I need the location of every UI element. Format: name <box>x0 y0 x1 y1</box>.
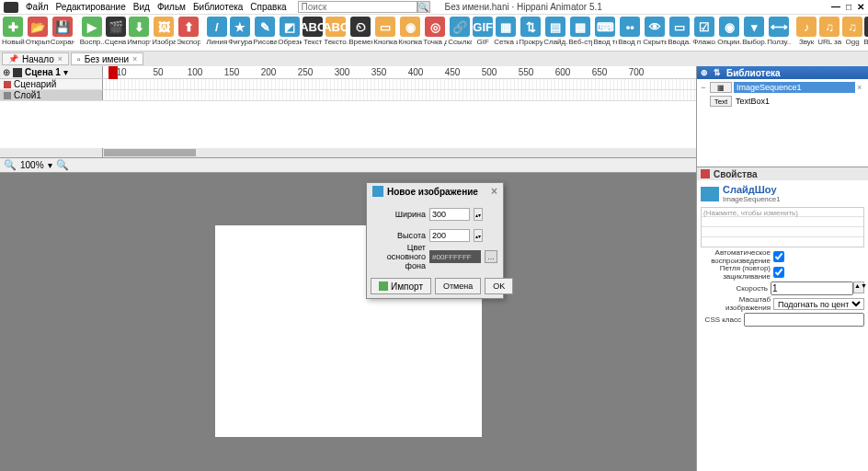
dialog-icon <box>372 186 383 197</box>
zoom-in-button[interactable]: 🔍 <box>56 159 69 171</box>
add-icon[interactable]: ⊕ <box>701 68 710 77</box>
timeline-scrollbar[interactable] <box>104 149 196 156</box>
toolbar-shape[interactable]: ★Фигура <box>228 17 252 46</box>
toolbar-inputp[interactable]: ••Ввод п.. <box>618 17 642 46</box>
toolbar-gif[interactable]: GIFGIF <box>473 17 493 46</box>
maximize-button[interactable]: □ <box>846 2 851 12</box>
toolbar-grid[interactable]: ▦Сетка и.. <box>494 17 518 46</box>
scene-icon: 🎬 <box>106 17 126 37</box>
loop-checkbox[interactable] <box>773 267 784 278</box>
menu-edit[interactable]: Редактирование <box>56 2 126 12</box>
toolbar-select[interactable]: ▾Выбор.. <box>742 17 766 46</box>
width-spinner[interactable]: ▴▾ <box>474 208 483 221</box>
toolbar-button2[interactable]: ◉Кнопка <box>398 17 422 46</box>
tab-start[interactable]: 📌Начало× <box>2 52 69 65</box>
toolbar-import[interactable]: ⬇Импорт <box>127 17 151 46</box>
toolbar-link[interactable]: 🔗Ссылка <box>448 17 472 46</box>
cancel-button[interactable]: Отмена <box>435 278 481 294</box>
toolbar-hotspot[interactable]: ◎Точка д.. <box>423 17 447 46</box>
dialog-close-button[interactable]: × <box>491 185 497 198</box>
toolbar-line[interactable]: /Линия <box>206 17 227 46</box>
toolbar-ogg[interactable]: ♫Ogg <box>842 17 862 46</box>
toolbar-export[interactable]: ⬆Экспорт <box>177 17 200 46</box>
zoom-dropdown-icon[interactable]: ▾ <box>48 160 52 170</box>
tab-close-icon[interactable]: × <box>132 54 137 63</box>
autoplay-checkbox[interactable] <box>773 251 784 262</box>
menu-movie[interactable]: Фильм <box>157 2 186 12</box>
scene-selector[interactable]: ⊕Сцена 1▾ <box>0 66 103 78</box>
toolbar-play[interactable]: ▶Воспр.. <box>80 17 104 46</box>
toolbar-flag[interactable]: ☑Флажо.. <box>692 17 716 46</box>
timeline-track[interactable] <box>103 79 696 89</box>
css-class-input[interactable] <box>744 313 864 327</box>
timeline-row-layer1[interactable]: Слой1 <box>0 90 103 100</box>
timeline-track[interactable] <box>103 90 696 100</box>
dropdown-icon: ▾ <box>63 67 68 77</box>
toolbar-textbox[interactable]: ABCТексто.. <box>324 17 348 46</box>
bgcolor-field[interactable]: #00FFFFFF <box>429 250 481 263</box>
ok-button[interactable]: OK <box>485 278 513 294</box>
minimize-button[interactable]: — <box>831 2 840 12</box>
collapse-icon[interactable]: − <box>699 83 708 92</box>
height-input[interactable] <box>429 229 470 242</box>
speed-input[interactable] <box>771 281 853 295</box>
tabbar: 📌Начало× ▫Без имени× <box>0 52 868 66</box>
toolbar-input[interactable]: ⌨Ввод те.. <box>593 17 617 46</box>
toolbar-text[interactable]: ABCТекст <box>303 17 323 46</box>
height-spinner[interactable]: ▴▾ <box>474 229 483 242</box>
scale-select[interactable]: Подогнать по центру <box>773 298 864 310</box>
toolbar-hidden[interactable]: 👁Скрыты.. <box>643 17 667 46</box>
script-icon <box>4 81 11 88</box>
toolbar-crop[interactable]: ◩Обрезк.. <box>278 17 302 46</box>
toolbar-webstr[interactable]: ▦Веб-стр.. <box>568 17 592 46</box>
menu-file[interactable]: Файл <box>26 2 49 12</box>
timeline-row-script[interactable]: Сценарий <box>0 79 103 89</box>
menu-help[interactable]: Справка <box>250 2 286 12</box>
toolbar-option[interactable]: ◉Опции.. <box>717 17 741 46</box>
toolbar-draw[interactable]: ✎Рисова.. <box>253 17 277 46</box>
import-button[interactable]: Импорт <box>371 278 431 294</box>
delete-icon[interactable]: × <box>857 83 866 92</box>
window-title: Без имени.hani · Hippani Animator 5.1 <box>445 2 602 12</box>
color-picker-button[interactable]: … <box>485 250 497 263</box>
tab-untitled[interactable]: ▫Без имени× <box>71 52 143 65</box>
search-input[interactable] <box>298 1 417 13</box>
library-item[interactable]: TextTextBox1 <box>699 95 866 108</box>
zoom-value[interactable]: 100% <box>20 160 44 170</box>
toolbar-url[interactable]: ♫URL за.. <box>817 17 841 46</box>
toolbar-timer[interactable]: ⏲Времен.. <box>348 17 372 46</box>
library-item[interactable]: −▦× <box>699 81 866 94</box>
library-item-name-input[interactable] <box>734 82 855 93</box>
toolbar-open[interactable]: 📂Открыть <box>26 17 50 46</box>
toolbar-video[interactable]: ▶Видео <box>863 17 868 46</box>
object-name: ImageSequence1 <box>723 195 781 203</box>
toolbar-scene[interactable]: 🎬Сцена <box>105 17 127 46</box>
toolbar-slider[interactable]: ⟷Ползу.. <box>767 17 791 46</box>
flag-icon: ☑ <box>694 17 714 37</box>
spinner-buttons[interactable]: ▲▼ <box>853 281 864 293</box>
zoom-out-button[interactable]: 🔍 <box>4 159 17 171</box>
frames-grid[interactable]: (Нажмите, чтобы изменить) <box>701 207 864 247</box>
menu-library[interactable]: Библиотека <box>193 2 243 12</box>
toolbar-input2[interactable]: ▭Ввода.. <box>668 17 691 46</box>
toolbar-scroll[interactable]: ⇅Прокру.. <box>519 17 542 46</box>
toolbar-button[interactable]: ▭Кнопка <box>373 17 397 46</box>
new-icon: ✚ <box>3 17 23 37</box>
canvas[interactable] <box>0 173 696 471</box>
item-type-icon: ▦ <box>710 82 732 93</box>
toolbar-save[interactable]: 💾Сохран.. <box>51 17 74 46</box>
toolbar-sound[interactable]: ♪Звук <box>796 17 817 46</box>
sort-icon[interactable]: ⇅ <box>714 68 723 77</box>
tab-close-icon[interactable]: × <box>58 54 63 63</box>
link-icon: 🔗 <box>450 17 470 37</box>
toolbar-new[interactable]: ✚Новый <box>2 17 25 46</box>
plus-icon[interactable]: ⊕ <box>3 67 10 77</box>
close-button[interactable]: ✕ <box>857 2 864 12</box>
props-icon <box>701 169 710 178</box>
toolbar-image[interactable]: 🖼Изобра.. <box>152 17 176 46</box>
search-button[interactable]: 🔍 <box>417 1 430 13</box>
width-input[interactable] <box>429 208 470 221</box>
toolbar-slide[interactable]: ▤Слайд.. <box>543 17 567 46</box>
menu-view[interactable]: Вид <box>133 2 150 12</box>
timeline-ruler[interactable]: 1050100150200250300350400450500550600650… <box>103 66 696 78</box>
